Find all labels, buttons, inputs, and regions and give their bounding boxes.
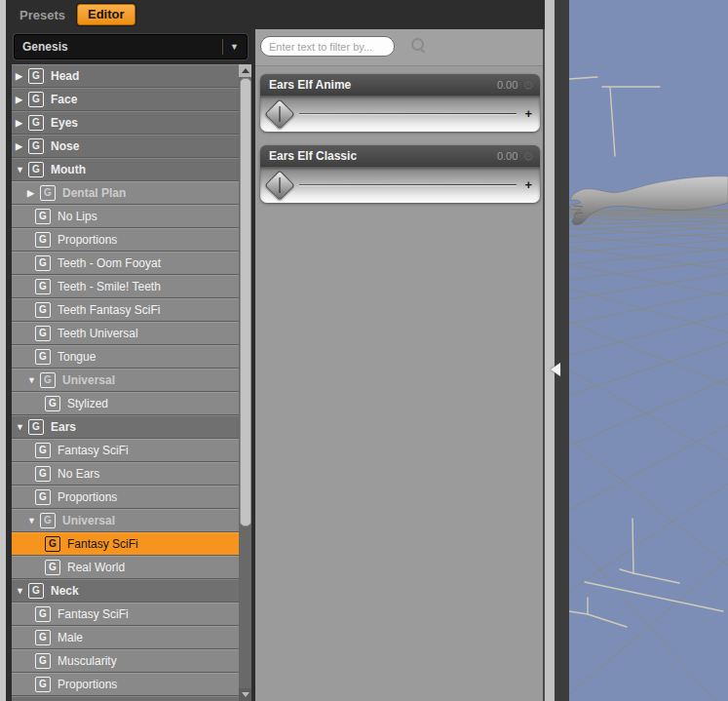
tree-item-fantasy-scifi[interactable]: GFantasy SciFi <box>12 532 239 556</box>
divider <box>222 39 223 55</box>
chevron-down-icon[interactable]: ▼ <box>230 42 247 52</box>
slider-handle[interactable] <box>264 170 295 201</box>
tree-item-head[interactable]: ▶GHead <box>12 64 239 88</box>
tree-item-label: Mouth <box>51 163 86 176</box>
collapse-arrow-icon[interactable]: ▼ <box>16 165 28 175</box>
slider-handle[interactable] <box>264 98 295 130</box>
tree-item-neck[interactable]: ▼GNeck <box>12 579 239 603</box>
morph-tree: ▶GHead▶GFace▶GEyes▶GNose▼GMouth▶GDental … <box>12 64 251 701</box>
collapse-arrow-icon[interactable]: ▼ <box>27 375 40 385</box>
tree-item-tongue[interactable]: GTongue <box>12 345 239 369</box>
tree-scrollbar[interactable] <box>239 64 251 701</box>
tree-item-eyes[interactable]: ▶GEyes <box>12 111 239 135</box>
tree-item-label: Nose <box>51 139 79 153</box>
slider-title: Ears Elf Classic <box>269 149 497 163</box>
collapse-arrow-icon[interactable]: ▼ <box>16 422 28 432</box>
tree-item-label: Fantasy SciFi <box>57 607 129 621</box>
tree-item-label: Proportions <box>57 233 117 247</box>
tree-row-partial[interactable] <box>12 696 239 701</box>
tree-item-label: Universal <box>62 373 115 387</box>
tree-item-stylized[interactable]: GStylized <box>12 392 239 415</box>
group-icon: G <box>45 560 60 575</box>
collapse-arrow-icon[interactable]: ▼ <box>27 516 40 526</box>
group-icon: G <box>35 606 51 622</box>
gear-icon[interactable]: ⚙ <box>522 79 534 92</box>
group-icon: G <box>35 255 51 271</box>
shaping-pane: Presets Editor Genesis ▼ ▶GHead▶GFace▶GE… <box>0 0 728 701</box>
tree-item-label: Real World <box>67 561 125 574</box>
tab-editor[interactable]: Editor <box>77 4 135 25</box>
group-icon: G <box>28 162 44 177</box>
tree-item-teeth-smile-teeth[interactable]: GTeeth - Smile! Teeth <box>12 275 239 298</box>
tree-item-fantasy-scifi[interactable]: GFantasy SciFi <box>12 603 239 626</box>
search-icon[interactable] <box>411 38 427 54</box>
tree-item-mouth[interactable]: ▼GMouth <box>12 158 239 181</box>
tree-item-label: Dental Plan <box>62 186 126 200</box>
filter-input[interactable] <box>260 36 395 57</box>
expand-arrow-icon[interactable]: ▶ <box>16 118 28 128</box>
scrollbar-up-arrow[interactable] <box>239 64 251 77</box>
slider-value[interactable]: 0.00 <box>497 79 517 91</box>
tree-item-male[interactable]: GMale <box>12 626 239 649</box>
figure-dropdown[interactable]: Genesis ▼ <box>14 34 248 59</box>
tree-item-no-ears[interactable]: GNo Ears <box>12 462 239 486</box>
group-icon: G <box>28 583 44 599</box>
tree-item-label: Tongue <box>57 350 96 364</box>
tree-item-teeth-universal[interactable]: GTeeth Universal <box>12 322 239 345</box>
slider-header: Ears Elf Classic0.00⚙ <box>260 145 540 167</box>
tree-item-ears[interactable]: ▼GEars <box>12 415 239 439</box>
pane-splitter[interactable] <box>545 0 555 701</box>
slider-value[interactable]: 0.00 <box>497 150 517 162</box>
slider-increment-button[interactable]: + <box>524 176 532 191</box>
group-icon: G <box>35 653 51 669</box>
tree-item-proportions[interactable]: GProportions <box>12 486 239 509</box>
tree-item-proportions[interactable]: GProportions <box>12 673 239 696</box>
slider-track[interactable] <box>299 184 517 185</box>
group-icon: G <box>28 115 44 131</box>
tree-item-label: No Lips <box>57 210 97 223</box>
viewport-3d[interactable] <box>569 0 728 701</box>
slider-body: + <box>260 167 540 203</box>
slider-increment-button[interactable]: + <box>524 105 532 120</box>
morph-slider-ears-elf-classic: Ears Elf Classic0.00⚙+ <box>260 145 540 203</box>
expand-arrow-icon[interactable]: ▶ <box>27 188 40 198</box>
group-icon: G <box>35 443 51 458</box>
group-icon: G <box>35 349 51 365</box>
scrollbar-thumb[interactable] <box>240 78 251 526</box>
viewport-edge <box>555 0 569 701</box>
morph-list-pane: Ears Elf Anime0.00⚙+Ears Elf Classic0.00… <box>255 29 545 701</box>
group-icon: G <box>35 630 51 645</box>
tree-item-label: Universal <box>62 514 115 527</box>
expand-arrow-icon[interactable]: ▶ <box>16 71 28 81</box>
group-icon: G <box>28 419 44 435</box>
slider-title: Ears Elf Anime <box>269 78 497 92</box>
tree-item-label: Teeth - Oom Fooyat <box>57 256 161 270</box>
tree-item-real-world[interactable]: GReal World <box>12 556 239 579</box>
tree-item-muscularity[interactable]: GMuscularity <box>12 649 239 673</box>
tree-item-proportions[interactable]: GProportions <box>12 228 239 252</box>
tree-item-no-lips[interactable]: GNo Lips <box>12 205 239 228</box>
tree-item-label: Neck <box>51 584 79 598</box>
tree-item-fantasy-scifi[interactable]: GFantasy SciFi <box>12 439 239 462</box>
tree-item-teeth-oom-fooyat[interactable]: GTeeth - Oom Fooyat <box>12 252 239 275</box>
tree-item-universal[interactable]: ▼GUniversal <box>12 509 239 532</box>
tree-item-face[interactable]: ▶GFace <box>12 88 239 111</box>
tree-item-label: Fantasy SciFi <box>57 444 129 457</box>
tree-item-dental-plan[interactable]: ▶GDental Plan <box>12 181 239 205</box>
tree-item-nose[interactable]: ▶GNose <box>12 135 239 158</box>
scrollbar-down-arrow[interactable] <box>239 688 251 701</box>
collapse-panel-arrow[interactable] <box>551 363 560 376</box>
tree-item-label: Muscularity <box>57 654 117 668</box>
slider-track[interactable] <box>299 113 517 114</box>
tab-presets[interactable]: Presets <box>19 8 65 22</box>
viewport-scene <box>569 0 728 701</box>
group-icon: G <box>35 302 51 318</box>
collapse-arrow-icon[interactable]: ▼ <box>16 586 28 596</box>
gear-icon[interactable]: ⚙ <box>522 150 534 163</box>
group-icon: G <box>35 466 51 482</box>
tree-item-label: Teeth Fantasy SciFi <box>57 303 160 317</box>
tree-item-teeth-fantasy-scifi[interactable]: GTeeth Fantasy SciFi <box>12 298 239 322</box>
expand-arrow-icon[interactable]: ▶ <box>16 95 28 104</box>
tree-item-universal[interactable]: ▼GUniversal <box>12 369 239 392</box>
expand-arrow-icon[interactable]: ▶ <box>16 141 28 151</box>
